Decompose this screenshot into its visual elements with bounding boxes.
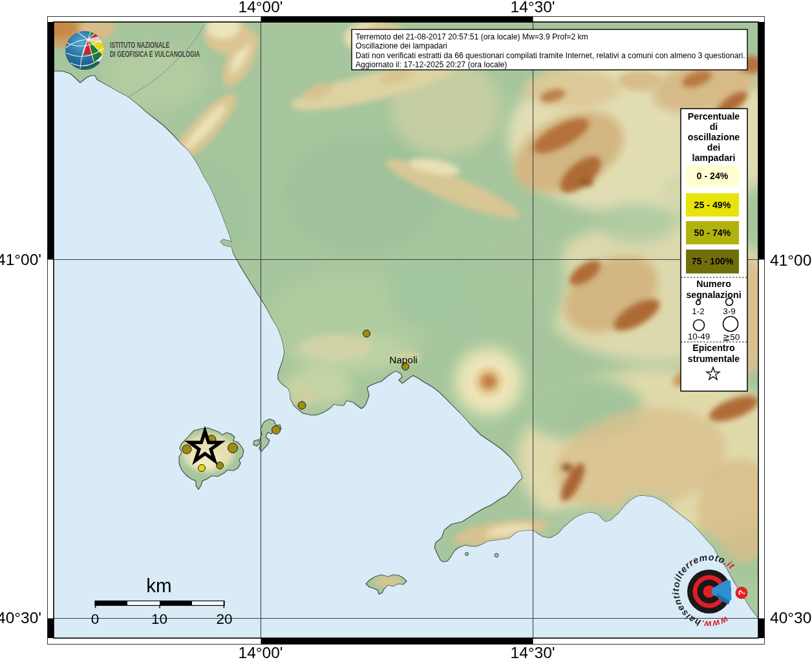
- svg-text:Numero: Numero: [696, 279, 731, 289]
- svg-text:Napoli: Napoli: [389, 354, 417, 365]
- svg-text:km: km: [146, 575, 171, 596]
- svg-text:Epicentro: Epicentro: [692, 343, 735, 353]
- svg-text:Dati non verificati estratti d: Dati non verificati estratti da 66 quest…: [356, 51, 745, 60]
- svg-text:Aggiornato il: 17-12-2025 20:2: Aggiornato il: 17-12-2025 20:27 (ora loc…: [356, 60, 507, 69]
- svg-text:dei: dei: [707, 142, 721, 153]
- svg-text:segnalazioni: segnalazioni: [686, 290, 741, 300]
- svg-text:lampadari: lampadari: [692, 153, 735, 163]
- svg-text:strumentale: strumentale: [688, 354, 740, 364]
- svg-text:14°30': 14°30': [511, 644, 555, 661]
- svg-text:40°30': 40°30': [770, 609, 812, 626]
- svg-text:0 - 24%: 0 - 24%: [697, 171, 729, 181]
- svg-text:di: di: [710, 122, 718, 132]
- svg-text:oscillazione: oscillazione: [688, 132, 740, 142]
- svg-text:Terremoto del 21-08-2017 20:57: Terremoto del 21-08-2017 20:57:51 (ora l…: [356, 32, 588, 41]
- svg-text:DI GEOFISICA E VULCANOLOGIA: DI GEOFISICA E VULCANOLOGIA: [110, 50, 200, 59]
- svg-text:14°00': 14°00': [239, 0, 283, 16]
- svg-text:25 - 49%: 25 - 49%: [694, 200, 731, 210]
- svg-text:1-2: 1-2: [692, 306, 705, 316]
- svg-text:0: 0: [91, 611, 100, 627]
- svg-text:Oscillazione dei lampadari: Oscillazione dei lampadari: [356, 41, 447, 50]
- svg-text:41°00': 41°00': [770, 251, 812, 269]
- svg-text:41°00': 41°00': [0, 251, 41, 268]
- svg-text:20: 20: [216, 611, 232, 627]
- svg-text:10-49: 10-49: [688, 332, 710, 341]
- svg-text:10: 10: [151, 611, 167, 627]
- svg-text:40°30': 40°30': [0, 609, 41, 626]
- svg-text:ISTITUTO NAZIONALE: ISTITUTO NAZIONALE: [110, 41, 169, 50]
- svg-text:Percentuale: Percentuale: [688, 111, 740, 122]
- svg-text:14°00': 14°00': [239, 644, 283, 661]
- svg-text:≧50: ≧50: [723, 332, 740, 342]
- svg-text:14°30': 14°30': [511, 0, 555, 16]
- svg-text:50 - 74%: 50 - 74%: [694, 228, 731, 238]
- svg-text:75 - 100%: 75 - 100%: [692, 256, 734, 266]
- svg-text:3-9: 3-9: [723, 306, 736, 316]
